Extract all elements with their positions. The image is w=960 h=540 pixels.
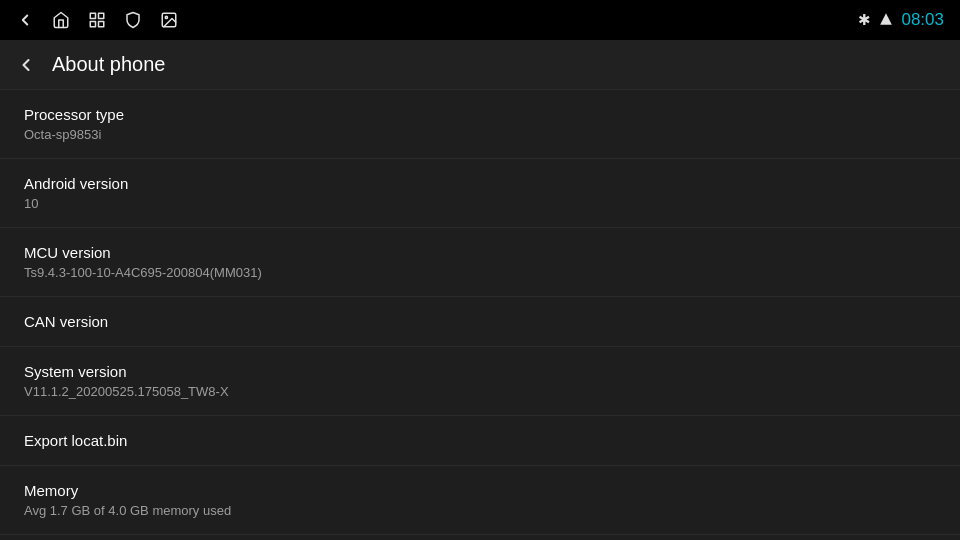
status-bar: ✱ 08:03	[0, 0, 960, 40]
android-version-label: Android version	[24, 175, 936, 192]
header-bar: About phone	[0, 40, 960, 90]
image-nav-icon[interactable]	[160, 11, 178, 29]
signal-icon	[879, 12, 893, 29]
android-version-value: 10	[24, 196, 936, 211]
content-area: Processor type Octa-sp9853i Android vers…	[0, 90, 960, 540]
recents-nav-icon[interactable]	[88, 11, 106, 29]
export-locat-item[interactable]: Export locat.bin	[0, 416, 960, 466]
mcu-version-value: Ts9.4.3-100-10-A4C695-200804(MM031)	[24, 265, 936, 280]
status-bar-right-icons: ✱ 08:03	[858, 10, 944, 30]
header-back-button[interactable]	[16, 55, 36, 75]
svg-rect-3	[99, 22, 104, 27]
home-nav-icon[interactable]	[52, 11, 70, 29]
export-locat-label: Export locat.bin	[24, 432, 936, 449]
processor-type-item[interactable]: Processor type Octa-sp9853i	[0, 90, 960, 159]
svg-point-5	[165, 16, 167, 18]
memory-label: Memory	[24, 482, 936, 499]
svg-rect-0	[90, 13, 95, 18]
back-nav-icon[interactable]	[16, 11, 34, 29]
status-bar-time: 08:03	[901, 10, 944, 30]
bluetooth-icon: ✱	[858, 11, 871, 29]
svg-marker-6	[881, 13, 893, 25]
mcu-version-item[interactable]: MCU version Ts9.4.3-100-10-A4C695-200804…	[0, 228, 960, 297]
system-version-value: V11.1.2_20200525.175058_TW8-X	[24, 384, 936, 399]
page-title: About phone	[52, 53, 165, 76]
svg-rect-1	[99, 13, 104, 18]
processor-type-value: Octa-sp9853i	[24, 127, 936, 142]
mcu-version-label: MCU version	[24, 244, 936, 261]
can-version-item[interactable]: CAN version	[0, 297, 960, 347]
storage-settings-item[interactable]: Storage settings	[0, 535, 960, 540]
can-version-label: CAN version	[24, 313, 936, 330]
system-version-item[interactable]: System version V11.1.2_20200525.175058_T…	[0, 347, 960, 416]
android-version-item[interactable]: Android version 10	[0, 159, 960, 228]
processor-type-label: Processor type	[24, 106, 936, 123]
system-version-label: System version	[24, 363, 936, 380]
status-bar-nav-icons	[16, 11, 178, 29]
security-nav-icon[interactable]	[124, 11, 142, 29]
svg-rect-2	[90, 22, 95, 27]
memory-value: Avg 1.7 GB of 4.0 GB memory used	[24, 503, 936, 518]
memory-item[interactable]: Memory Avg 1.7 GB of 4.0 GB memory used	[0, 466, 960, 535]
